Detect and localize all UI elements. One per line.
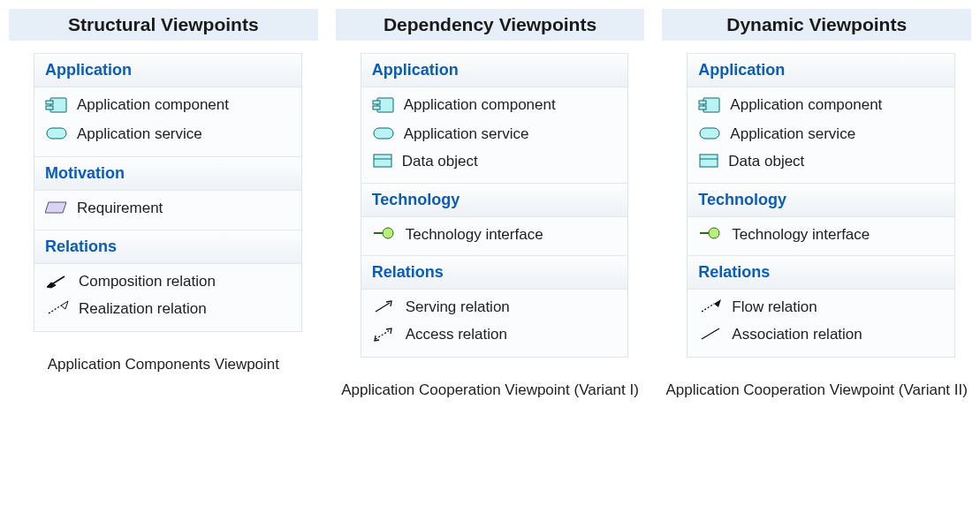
palette-item-label: Data object: [728, 152, 923, 171]
section-title: Technology: [688, 183, 954, 217]
palette-item-label: Serving relation: [406, 298, 600, 317]
svg-rect-22: [700, 128, 719, 139]
app-component-icon: [698, 95, 721, 119]
svg-rect-19: [703, 98, 719, 112]
svg-rect-0: [50, 98, 66, 112]
palette-item[interactable]: Technology interface: [368, 223, 621, 248]
palette-item-label: Technology interface: [406, 225, 600, 245]
svg-line-29: [702, 328, 719, 339]
svg-rect-21: [699, 106, 706, 109]
section-title: Motivation: [34, 156, 301, 191]
data-object-icon: [698, 152, 719, 174]
svg-point-26: [709, 228, 719, 238]
column-caption: Application Cooperation Viewpoint (Varia…: [336, 381, 645, 401]
column-1: Dependency ViewpointsApplicationApplicat…: [336, 9, 645, 401]
svg-rect-1: [46, 101, 53, 104]
section-title: Relations: [361, 255, 628, 290]
palette-item[interactable]: Access relation: [368, 322, 621, 350]
section-items: Application componentApplication service…: [361, 87, 628, 183]
section-items: Composition relationRealization relation: [34, 264, 301, 331]
svg-point-16: [383, 228, 393, 238]
column-header: Dependency Viewpoints: [336, 9, 645, 41]
column-header: Structural Viewpoints: [9, 9, 318, 41]
palette-item-label: Application service: [404, 124, 598, 144]
palette-item-label: Application component: [730, 95, 924, 115]
palette-item-label: Access relation: [406, 325, 600, 344]
tech-interface-icon: [698, 225, 723, 245]
palette-item-label: Composition relation: [79, 272, 273, 291]
svg-rect-23: [700, 155, 718, 167]
section-title: Relations: [34, 230, 301, 264]
palette-item-label: Application service: [77, 124, 271, 144]
palette-item[interactable]: Association relation: [695, 322, 947, 350]
svg-marker-4: [45, 202, 66, 213]
section-title: Application: [361, 53, 628, 87]
flow-icon: [698, 298, 723, 320]
palette-panel: ApplicationApplication componentApplicat…: [361, 53, 629, 358]
column-caption: Application Components Viewpoint: [9, 355, 318, 375]
column-caption: Application Cooperation Viewpoint (Varia…: [662, 381, 971, 401]
access-icon: [372, 325, 397, 347]
composition-icon: [45, 272, 70, 294]
svg-rect-11: [373, 106, 380, 109]
svg-line-18: [376, 330, 390, 339]
app-service-icon: [372, 124, 395, 147]
palette-item[interactable]: Application component: [368, 93, 621, 122]
section-items: Application componentApplication service…: [688, 87, 954, 183]
requirement-icon: [45, 199, 68, 221]
app-component-icon: [45, 95, 68, 119]
section-items: Flow relationAssociation relation: [688, 290, 954, 357]
svg-marker-8: [61, 301, 68, 309]
palette-panel: ApplicationApplication componentApplicat…: [34, 53, 302, 332]
svg-line-17: [376, 303, 390, 312]
palette-item-label: Application component: [77, 95, 271, 115]
palette-item-label: Application component: [404, 95, 598, 115]
column-2: Dynamic ViewpointsApplicationApplication…: [662, 9, 971, 401]
palette-item-label: Technology interface: [732, 225, 926, 245]
svg-rect-12: [374, 128, 393, 139]
section-items: Technology interface: [688, 217, 954, 255]
section-title: Application: [34, 53, 301, 87]
serving-icon: [372, 298, 397, 320]
palette-item-label: Requirement: [77, 199, 271, 218]
column-header: Dynamic Viewpoints: [662, 9, 971, 41]
palette-item[interactable]: Application service: [695, 122, 947, 149]
svg-line-7: [49, 306, 61, 313]
palette-item[interactable]: Requirement: [42, 196, 294, 223]
realization-icon: [45, 299, 70, 321]
palette-item-label: Data object: [402, 152, 596, 171]
section-title: Application: [688, 53, 954, 87]
palette-item[interactable]: Data object: [368, 149, 621, 177]
palette-item[interactable]: Application service: [368, 122, 621, 149]
svg-marker-28: [714, 299, 721, 307]
svg-line-27: [702, 304, 714, 312]
svg-rect-2: [46, 106, 53, 109]
app-service-icon: [45, 124, 68, 147]
palette-item[interactable]: Flow relation: [695, 295, 947, 322]
section-items: Application componentApplication service: [34, 87, 301, 156]
palette-panel: ApplicationApplication componentApplicat…: [687, 53, 955, 358]
svg-rect-13: [374, 155, 391, 167]
palette-item[interactable]: Application service: [42, 122, 294, 149]
palette-item[interactable]: Realization relation: [42, 297, 294, 324]
palette-item[interactable]: Data object: [695, 149, 947, 177]
palette-item[interactable]: Application component: [695, 93, 947, 122]
section-items: Serving relationAccess relation: [361, 290, 628, 357]
section-title: Relations: [688, 255, 954, 290]
palette-item[interactable]: Serving relation: [368, 295, 621, 322]
palette-item[interactable]: Application component: [42, 93, 294, 122]
tech-interface-icon: [372, 225, 397, 245]
section-items: Requirement: [34, 191, 301, 230]
association-icon: [698, 325, 723, 347]
svg-rect-10: [373, 101, 380, 104]
svg-rect-3: [47, 128, 66, 139]
palette-item-label: Application service: [730, 124, 924, 144]
palette-item-label: Flow relation: [732, 298, 926, 317]
palette-item[interactable]: Composition relation: [42, 269, 294, 297]
palette-item-label: Realization relation: [79, 299, 273, 319]
data-object-icon: [372, 152, 393, 174]
app-component-icon: [372, 95, 395, 119]
section-items: Technology interface: [361, 217, 628, 255]
palette-item[interactable]: Technology interface: [695, 223, 947, 248]
app-service-icon: [698, 124, 721, 147]
